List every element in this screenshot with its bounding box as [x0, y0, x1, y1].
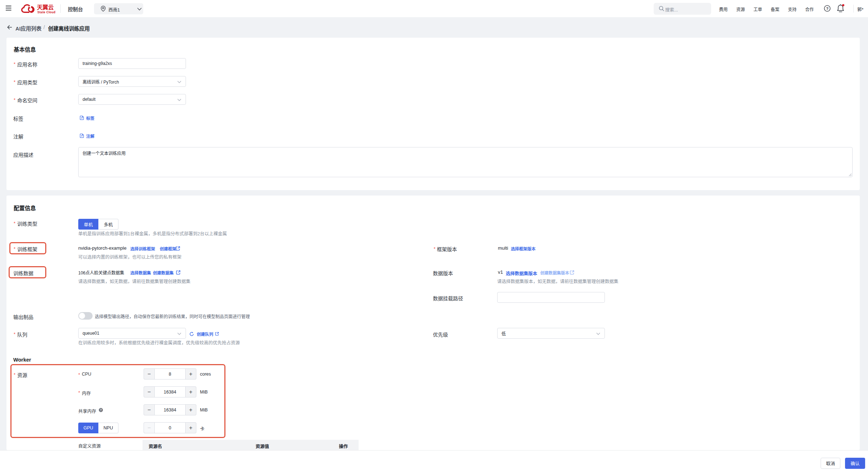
svg-text:?: ?	[826, 6, 829, 11]
svg-text:?: ?	[100, 409, 102, 412]
